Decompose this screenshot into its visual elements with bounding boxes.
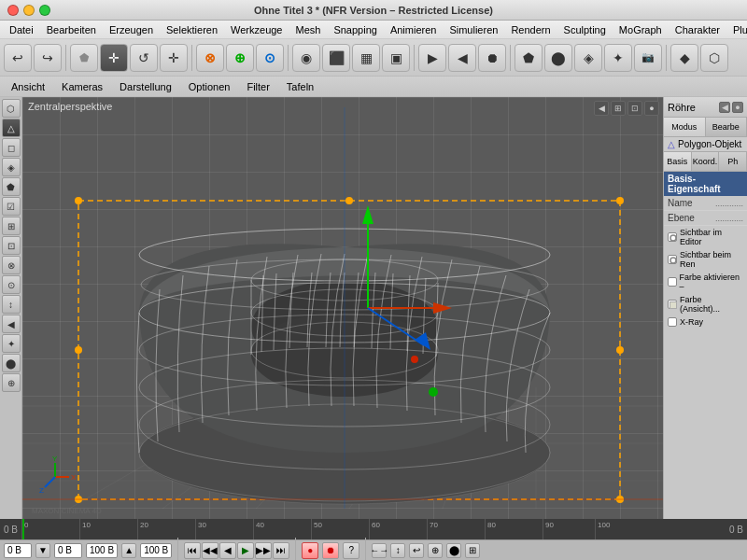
lt-close-button[interactable]: ⊗ xyxy=(2,256,21,274)
nav-move-button[interactable]: ←→ xyxy=(372,543,387,558)
farbe-ansicht-checkbox[interactable] xyxy=(668,300,677,309)
frame-end-field2[interactable]: 100 B xyxy=(140,543,172,558)
menu-item-simulieren[interactable]: Simulieren xyxy=(444,22,503,37)
nav-grid-button[interactable]: ⊞ xyxy=(465,543,480,558)
lt-select-button[interactable]: ⬡ xyxy=(2,99,21,118)
frame-start-field[interactable]: 0 B xyxy=(4,543,32,558)
viewport[interactable]: Zentralperspektive ◀ ⊞ ⊡ ● xyxy=(22,97,663,519)
menu-item-snapping[interactable]: Snapping xyxy=(328,22,383,37)
poly-mode-button[interactable]: ⬛ xyxy=(322,44,350,72)
menu-item-bearbeiten[interactable]: Bearbeiten xyxy=(41,22,102,37)
lt-view-button[interactable]: ⊡ xyxy=(2,236,21,255)
play-button[interactable]: ▶ xyxy=(237,542,254,559)
nav-add-button[interactable]: ⊕ xyxy=(428,543,443,558)
rp-settings-button[interactable]: ● xyxy=(732,102,743,113)
sphere-button[interactable]: ⬤ xyxy=(544,44,572,72)
lt-arrow-button[interactable]: ↕ xyxy=(2,295,21,314)
frame-up-btn[interactable]: ▲ xyxy=(121,543,136,558)
help-button[interactable]: ? xyxy=(343,542,359,559)
light-button[interactable]: ✦ xyxy=(604,44,632,72)
lt-scale-button[interactable]: ◻ xyxy=(2,138,21,157)
menu-item-werkzeuge[interactable]: Werkzeuge xyxy=(225,22,288,37)
vp-expand-button[interactable]: ⊞ xyxy=(611,101,626,116)
minimize-button[interactable] xyxy=(23,5,35,16)
cube-button[interactable]: ⬟ xyxy=(514,44,543,72)
camera-button[interactable]: 📷 xyxy=(634,44,662,72)
menu-item-datei[interactable]: Datei xyxy=(4,22,39,37)
obj-mode-button[interactable]: ◉ xyxy=(292,44,320,72)
rp-subtab-basis[interactable]: Basis xyxy=(664,152,692,171)
timeline-track[interactable]: 0 10 20 30 40 50 60 70 80 90 100 xyxy=(21,519,726,539)
xray-checkbox[interactable] xyxy=(668,317,677,327)
frame-current-field[interactable]: 0 B xyxy=(54,543,82,558)
record-key-button[interactable]: ⏺ xyxy=(322,542,339,559)
nav-dot-button[interactable]: ⬤ xyxy=(446,543,461,558)
menu-item-sculpting[interactable]: Sculpting xyxy=(558,22,612,37)
lt-dot-button[interactable]: ⬤ xyxy=(2,354,21,372)
menu-item-selektieren[interactable]: Selektieren xyxy=(161,22,223,37)
farbe-aktivieren-checkbox[interactable] xyxy=(668,277,677,287)
mode-y-button[interactable]: ⊕ xyxy=(226,44,254,72)
render-region-button[interactable]: ◀ xyxy=(448,44,476,72)
frame-down-btn[interactable]: ▼ xyxy=(35,543,50,558)
rp-tab-bearbeiten[interactable]: Bearbe xyxy=(706,118,748,136)
edge-mode-button[interactable]: ▦ xyxy=(352,44,380,72)
mode-x-button[interactable]: ⊗ xyxy=(196,44,224,72)
view-btn-optionen[interactable]: Optionen xyxy=(181,79,238,94)
rp-subtab-ph[interactable]: Ph xyxy=(719,152,747,171)
menu-item-rendern[interactable]: Rendern xyxy=(505,22,556,37)
menu-item-animieren[interactable]: Animieren xyxy=(385,22,443,37)
nav-rotate-button[interactable]: ↩ xyxy=(409,543,424,558)
close-button[interactable] xyxy=(7,5,19,16)
frame-end-field1[interactable]: 100 B xyxy=(86,543,118,558)
nav-zoom-button[interactable]: ↕ xyxy=(390,543,405,558)
maximize-button[interactable] xyxy=(39,5,50,16)
sichtbar-editor-checkbox[interactable] xyxy=(668,232,677,242)
undo-button[interactable]: ↩ xyxy=(4,44,32,72)
material-button[interactable]: ◆ xyxy=(670,44,698,72)
menu-item-erzeugen[interactable]: Erzeugen xyxy=(104,22,159,37)
tag-button[interactable]: ⬡ xyxy=(700,44,728,72)
record-button[interactable]: ● xyxy=(302,542,318,559)
vp-lock-button[interactable]: ⊡ xyxy=(627,101,642,116)
rp-tab-modus[interactable]: Modus xyxy=(664,118,706,136)
lt-poly-button[interactable]: ⬟ xyxy=(2,177,21,196)
menu-item-mesh[interactable]: Mesh xyxy=(289,22,326,37)
lt-snap-button[interactable]: ☑ xyxy=(2,197,21,216)
rp-subtab-koord[interactable]: Koord. xyxy=(692,152,720,171)
point-mode-button[interactable]: ▣ xyxy=(382,44,410,72)
render-settings-button[interactable]: ⏺ xyxy=(478,44,506,72)
sichtbar-render-checkbox[interactable] xyxy=(668,255,677,264)
move-button[interactable]: ✛ xyxy=(100,44,128,72)
select-all-button[interactable]: ⬟ xyxy=(70,44,98,72)
lt-grid-button[interactable]: ⊞ xyxy=(2,217,21,235)
step-back-button[interactable]: ◀◀ xyxy=(202,542,218,559)
play-back-button[interactable]: ◀ xyxy=(219,542,236,559)
vp-arrows-button[interactable]: ◀ xyxy=(594,101,609,116)
lt-plus-button[interactable]: ⊕ xyxy=(2,373,21,392)
cylinder-button[interactable]: ◈ xyxy=(574,44,602,72)
render-button[interactable]: ▶ xyxy=(418,44,446,72)
rp-collapse-button[interactable]: ◀ xyxy=(719,102,730,113)
view-btn-filter[interactable]: Filter xyxy=(239,79,276,94)
lt-move-button[interactable]: △ xyxy=(2,119,21,137)
play-forward-button[interactable]: ▶▶ xyxy=(255,542,272,559)
rotate-button[interactable]: ↺ xyxy=(130,44,158,72)
lt-star-button[interactable]: ✦ xyxy=(2,334,21,353)
menu-item-mograph[interactable]: MoGraph xyxy=(613,22,668,37)
view-btn-darstellung[interactable]: Darstellung xyxy=(112,79,179,94)
mode-z-button[interactable]: ⊙ xyxy=(256,44,284,72)
view-btn-kameras[interactable]: Kameras xyxy=(54,79,110,94)
vp-settings-button[interactable]: ● xyxy=(644,101,659,116)
goto-end-button[interactable]: ⏭ xyxy=(273,542,289,559)
view-btn-ansicht[interactable]: Ansicht xyxy=(4,79,52,94)
menu-item-plug-ins[interactable]: Plug-ins xyxy=(727,22,747,37)
redo-button[interactable]: ↪ xyxy=(34,44,62,72)
lt-circle-button[interactable]: ⊙ xyxy=(2,275,21,294)
menu-item-charakter[interactable]: Charakter xyxy=(669,22,726,37)
lt-rotate-button[interactable]: ◈ xyxy=(2,158,21,176)
lt-back-button[interactable]: ◀ xyxy=(2,315,21,333)
goto-start-button[interactable]: ⏮ xyxy=(184,542,201,559)
scale-button[interactable]: ✛ xyxy=(160,44,188,72)
view-btn-tafeln[interactable]: Tafeln xyxy=(279,79,321,94)
